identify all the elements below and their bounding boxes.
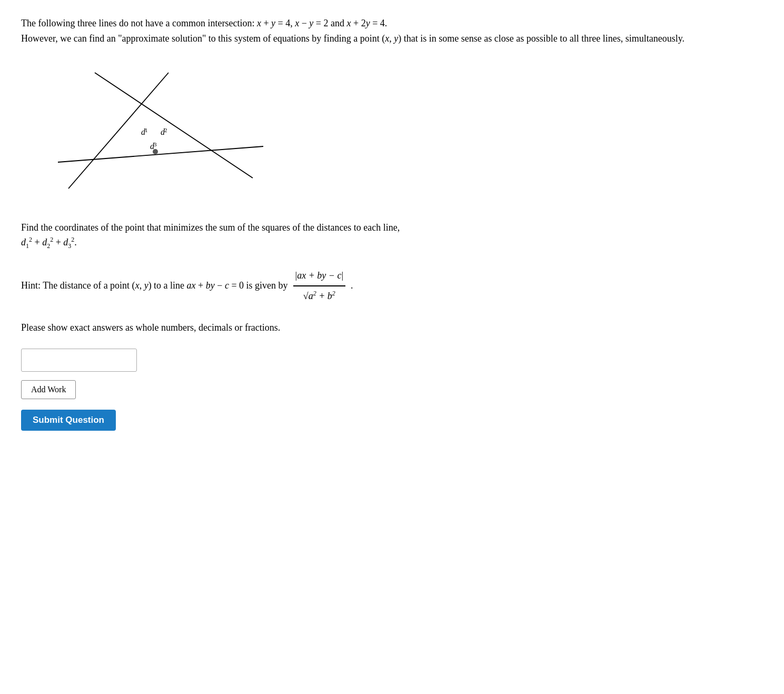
please-text: Please show exact answers as whole numbe… (21, 320, 763, 335)
svg-text:3: 3 (154, 141, 157, 147)
problem-intro: The following three lines do not have a … (21, 16, 763, 46)
add-work-button[interactable]: Add Work (21, 380, 76, 399)
hint-fraction: |ax + by − c| √a2 + b2 (293, 267, 346, 304)
hint-denominator: √a2 + b2 (301, 286, 338, 304)
svg-line-2 (58, 146, 263, 162)
intro-text: The following three lines do not have a … (21, 18, 387, 28)
svg-line-1 (95, 73, 253, 178)
submit-question-button[interactable]: Submit Question (21, 410, 116, 431)
hint-section: Hint: The distance of a point (x, y) to … (21, 267, 763, 304)
hint-period: . (351, 277, 353, 294)
intro-text2: However, we can find an "approximate sol… (21, 33, 684, 44)
svg-text:2: 2 (164, 127, 167, 133)
find-text: Find the coordinates of the point that m… (21, 220, 763, 252)
svg-line-0 (68, 73, 168, 189)
hint-label: Hint: The distance of a point (x, y) to … (21, 277, 288, 294)
answer-input[interactable] (21, 349, 137, 372)
svg-text:1: 1 (145, 127, 148, 133)
hint-numerator: |ax + by − c| (293, 267, 346, 286)
diagram: d 1 d 2 d 3 (53, 57, 274, 204)
sum-notation: d (21, 237, 26, 247)
diagram-svg: d 1 d 2 d 3 (53, 57, 274, 204)
